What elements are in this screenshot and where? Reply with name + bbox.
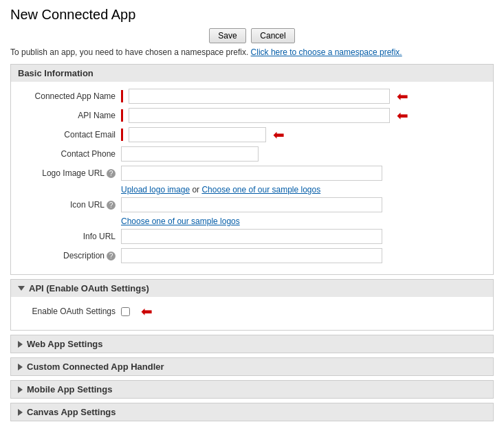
contact-email-row: Contact Email ⬅ [11, 127, 493, 142]
icon-help-icon[interactable]: ? [107, 201, 116, 210]
icon-url-field [121, 197, 493, 212]
custom-handler-section-header[interactable]: Custom Connected App Handler [10, 357, 494, 376]
cancel-button[interactable]: Cancel [251, 28, 294, 43]
info-url-field [121, 229, 493, 244]
required-indicator [121, 90, 123, 102]
icon-sub-row: Choose one of our sample logos [11, 216, 493, 226]
contact-phone-row: Contact Phone [11, 146, 493, 162]
arrow-api-name: ⬅ [397, 109, 408, 122]
api-name-row: API Name ⬅ [11, 108, 493, 123]
contact-email-input[interactable] [129, 127, 266, 142]
logo-or-text: or [192, 185, 201, 195]
info-url-row: Info URL [11, 229, 493, 244]
description-row: Description ? [11, 248, 493, 263]
web-app-section-header[interactable]: Web App Settings [10, 335, 494, 353]
required-indicator-api [121, 109, 123, 122]
connected-app-name-label: Connected App Name [11, 91, 121, 101]
api-name-field: ⬅ [121, 108, 493, 123]
description-help-icon[interactable]: ? [107, 252, 116, 260]
logo-help-icon[interactable]: ? [107, 169, 116, 178]
enable-oauth-row: Enable OAuth Settings ⬅ [11, 304, 493, 319]
basic-info-title: Basic Information [18, 68, 94, 78]
api-section-body: Enable OAuth Settings ⬅ [11, 297, 493, 330]
mobile-app-arrow-right-icon [18, 386, 23, 393]
description-field [121, 248, 493, 263]
logo-image-url-row: Logo Image URL ? [11, 166, 493, 181]
web-app-arrow-right-icon [18, 341, 23, 348]
basic-info-header[interactable]: Basic Information [11, 65, 493, 82]
connected-app-name-row: Connected App Name ⬅ [11, 89, 493, 104]
arrow-connected-app: ⬅ [397, 89, 408, 103]
logo-image-url-input[interactable] [121, 166, 382, 181]
enable-oauth-checkbox[interactable] [121, 307, 130, 316]
required-indicator-email [121, 129, 123, 141]
info-url-input[interactable] [121, 229, 382, 244]
description-input[interactable] [121, 248, 382, 263]
info-text: To publish an app, you need to have chos… [10, 47, 494, 57]
icon-url-input[interactable] [121, 197, 382, 212]
icon-url-label: Icon URL ? [11, 200, 121, 210]
basic-info-body: Connected App Name ⬅ API Name ⬅ Contact … [11, 82, 493, 274]
enable-oauth-label: Enable OAuth Settings [11, 307, 121, 316]
page-title: New Connected App [10, 7, 494, 23]
logo-sub-row: Upload logo image or Choose one of our s… [11, 185, 493, 195]
canvas-app-section-title: Canvas App Settings [27, 407, 116, 417]
contact-phone-field [121, 146, 493, 162]
custom-handler-section-title: Custom Connected App Handler [27, 362, 164, 372]
api-name-input[interactable] [129, 108, 390, 123]
contact-email-field: ⬅ [121, 127, 493, 142]
icon-sample-link[interactable]: Choose one of our sample logos [121, 216, 240, 226]
save-button[interactable]: Save [209, 28, 245, 43]
canvas-app-arrow-right-icon [18, 409, 23, 416]
info-text-static: To publish an app, you need to have chos… [10, 47, 248, 57]
logo-sub-content: Upload logo image or Choose one of our s… [121, 185, 320, 195]
logo-sample-link[interactable]: Choose one of our sample logos [201, 185, 320, 195]
enable-oauth-field: ⬅ [121, 304, 493, 318]
namespace-link[interactable]: Click here to choose a namespace prefix. [251, 47, 402, 57]
web-app-section-title: Web App Settings [27, 339, 103, 349]
contact-phone-label: Contact Phone [11, 149, 121, 159]
connected-app-name-field: ⬅ [121, 89, 493, 104]
logo-image-url-label: Logo Image URL ? [11, 168, 121, 178]
contact-phone-input[interactable] [121, 146, 259, 162]
logo-image-url-field [121, 166, 493, 181]
upload-logo-link[interactable]: Upload logo image [121, 185, 190, 195]
mobile-app-section-title: Mobile App Settings [27, 384, 112, 395]
connected-app-name-input[interactable] [129, 89, 390, 104]
mobile-app-section-header[interactable]: Mobile App Settings [10, 380, 494, 399]
contact-email-label: Contact Email [11, 130, 121, 140]
toolbar: Save Cancel [10, 28, 494, 43]
api-section: API (Enable OAuth Settings) Enable OAuth… [10, 279, 494, 331]
icon-url-row: Icon URL ? [11, 197, 493, 212]
custom-handler-arrow-right-icon [18, 364, 23, 370]
description-label: Description ? [11, 251, 121, 260]
canvas-app-section-header[interactable]: Canvas App Settings [10, 403, 494, 421]
info-url-label: Info URL [11, 232, 121, 241]
api-arrow-down-icon [18, 286, 25, 291]
api-section-header[interactable]: API (Enable OAuth Settings) [11, 280, 493, 297]
arrow-enable-oauth: ⬅ [141, 304, 153, 318]
basic-info-section: Basic Information Connected App Name ⬅ A… [10, 64, 494, 275]
icon-sub-content: Choose one of our sample logos [121, 216, 240, 226]
api-section-title: API (Enable OAuth Settings) [29, 283, 149, 293]
api-name-label: API Name [11, 111, 121, 120]
arrow-contact-email: ⬅ [273, 128, 285, 142]
